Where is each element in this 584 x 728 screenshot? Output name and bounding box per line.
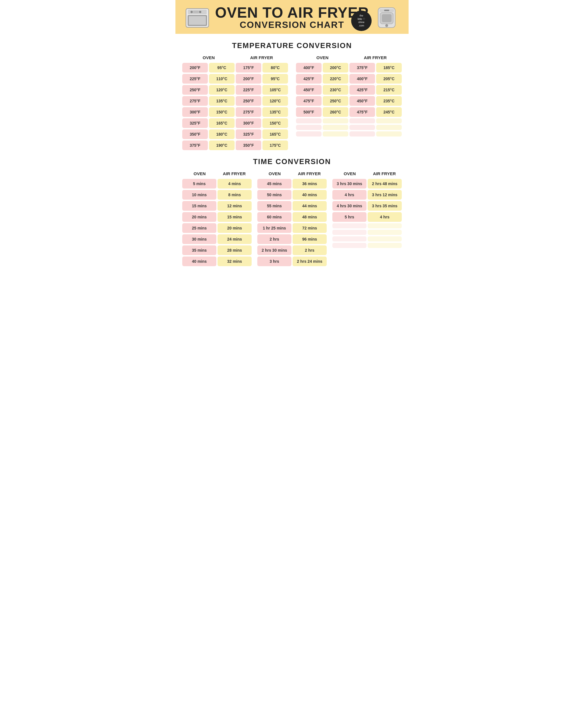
time-cell: 50 mins [257, 190, 291, 200]
time-cell: 2 hrs 24 mins [293, 257, 327, 266]
time-cell: 55 mins [257, 201, 291, 211]
time-cell: 2 hrs [293, 245, 327, 255]
temp-left-row: 200°F95°C175°F80°C [182, 63, 288, 73]
time-cell: 72 mins [293, 223, 327, 233]
time-row: 2 hrs96 mins [257, 234, 327, 244]
temp-cell: 225°F [236, 85, 261, 95]
temp-cell [376, 125, 402, 130]
temp-cell: 325°F [182, 118, 208, 128]
svg-rect-10 [382, 14, 392, 22]
temp-cell [349, 118, 375, 124]
time-cell: 8 mins [217, 190, 251, 200]
temp-cell: 165°C [262, 129, 288, 139]
brand-badge: thelittle ♡shine.com [351, 10, 372, 31]
temp-cell: 450°F [349, 96, 375, 106]
time-col2-headers: OVEN AIR FRYER [257, 170, 327, 177]
svg-point-13 [385, 24, 388, 27]
temp-cell: 275°F [236, 107, 261, 117]
temp-left-headers: OVEN AIR FRYER [182, 54, 288, 61]
temp-right-row: 400°F200°C375°F185°C [296, 63, 402, 73]
time-row [333, 223, 402, 228]
temp-cell: 200°C [323, 63, 348, 73]
time-col1-airfryer-header: AIR FRYER [217, 170, 251, 177]
svg-point-6 [199, 11, 201, 13]
temp-cell: 325°F [236, 129, 261, 139]
temp-cell: 200°F [182, 63, 208, 73]
temp-cell [296, 118, 322, 124]
temp-right-row: 425°F220°C400°F205°C [296, 74, 402, 84]
temp-cell: 135°C [209, 96, 235, 106]
time-col2-oven-header: OVEN [257, 170, 292, 177]
time-row: 5 mins4 mins [182, 179, 251, 188]
temp-cell: 120°C [209, 85, 235, 95]
time-cell: 48 mins [293, 212, 327, 222]
time-col2: OVEN AIR FRYER 45 mins36 mins50 mins40 m… [257, 170, 327, 267]
time-row: 20 mins15 mins [182, 212, 251, 222]
temp-left-half: OVEN AIR FRYER 200°F95°C175°F80°C225°F11… [182, 54, 288, 152]
temp-cell: 190°C [209, 140, 235, 150]
temp-cell: 350°F [182, 129, 208, 139]
temp-cell [296, 125, 322, 130]
time-grid: OVEN AIR FRYER 5 mins4 mins10 mins8 mins… [182, 170, 402, 267]
svg-rect-7 [193, 11, 199, 13]
title-line2: CONVERSION CHART [215, 20, 369, 30]
time-row: 35 mins28 mins [182, 245, 251, 255]
temp-cell: 95°C [262, 74, 288, 84]
time-cell: 30 mins [182, 234, 216, 244]
temp-cell: 105°C [262, 85, 288, 95]
temp-right-row: 475°F250°C450°F235°C [296, 96, 402, 106]
svg-rect-12 [384, 10, 389, 11]
temp-left-row: 225°F110°C200°F95°C [182, 74, 288, 84]
temp-left-row: 325°F165°C300°F150°C [182, 118, 288, 128]
temp-cell: 120°C [262, 96, 288, 106]
time-cell: 40 mins [182, 257, 216, 266]
title-line1: OVEN TO AIR FRYER [215, 5, 369, 20]
time-cell: 44 mins [293, 201, 327, 211]
temp-cell: 375°F [349, 63, 375, 73]
time-col2-rows: 45 mins36 mins50 mins40 mins55 mins44 mi… [257, 179, 327, 266]
time-row: 45 mins36 mins [257, 179, 327, 188]
time-col3-rows: 3 hrs 30 mins2 hrs 48 mins4 hrs3 hrs 12 … [333, 179, 402, 248]
time-col3-oven-header: OVEN [333, 170, 367, 177]
temp-left-rows: 200°F95°C175°F80°C225°F110°C200°F95°C250… [182, 63, 288, 150]
time-cell: 5 hrs [333, 212, 367, 222]
temp-cell: 375°F [182, 140, 208, 150]
temp-cell: 425°F [349, 85, 375, 95]
temp-right-oven-header: OVEN [296, 54, 349, 61]
time-section-title: TIME CONVERSION [182, 157, 402, 166]
temp-cell: 350°F [236, 140, 261, 150]
time-col1-rows: 5 mins4 mins10 mins8 mins15 mins12 mins2… [182, 179, 251, 266]
page-header: OVEN TO AIR FRYER CONVERSION CHART theli… [176, 0, 408, 34]
temp-cell: 260°C [323, 107, 348, 117]
time-cell: 4 hrs [333, 190, 367, 200]
time-row: 60 mins48 mins [257, 212, 327, 222]
time-col3: OVEN AIR FRYER 3 hrs 30 mins2 hrs 48 min… [333, 170, 402, 267]
time-cell: 2 hrs 48 mins [368, 179, 402, 188]
temp-cell [323, 131, 348, 136]
time-row: 50 mins40 mins [257, 190, 327, 200]
temp-right-row [296, 125, 402, 130]
time-row: 4 hrs 30 mins3 hrs 35 mins [333, 201, 402, 211]
time-row: 40 mins32 mins [182, 257, 251, 266]
time-cell: 12 mins [217, 201, 251, 211]
header-title: OVEN TO AIR FRYER CONVERSION CHART [215, 5, 369, 30]
temp-right-rows: 400°F200°C375°F185°C425°F220°C400°F205°C… [296, 63, 402, 136]
temp-cell: 135°C [262, 107, 288, 117]
time-cell [368, 223, 402, 228]
temp-cell: 230°C [323, 85, 348, 95]
time-cell: 2 hrs 30 mins [257, 245, 291, 255]
time-row: 55 mins44 mins [257, 201, 327, 211]
time-row: 30 mins24 mins [182, 234, 251, 244]
time-cell [333, 230, 367, 235]
temp-left-row: 250°F120°C225°F105°C [182, 85, 288, 95]
time-cell: 28 mins [217, 245, 251, 255]
temp-left-row: 375°F190°C350°F175°C [182, 140, 288, 150]
main-content: TEMPERATURE CONVERSION OVEN AIR FRYER 20… [176, 34, 408, 275]
temp-cell: 300°F [236, 118, 261, 128]
temp-left-airfryer-header: AIR FRYER [235, 54, 288, 61]
temp-cell: 450°F [296, 85, 322, 95]
time-cell [333, 236, 367, 241]
time-row: 4 hrs3 hrs 12 mins [333, 190, 402, 200]
temp-cell [296, 131, 322, 136]
temp-cell: 80°C [262, 63, 288, 73]
